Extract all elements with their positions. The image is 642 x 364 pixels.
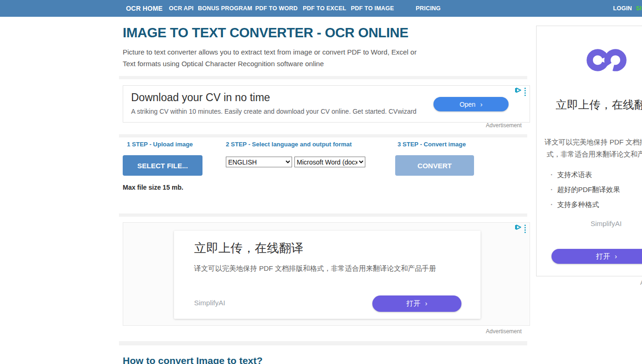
simplifyai-logo-icon [586, 46, 627, 75]
ad-card: 立即上传，在线翻译 译文可以完美地保持 PDF 文档排版和格式，非常适合用来翻译… [174, 231, 481, 319]
adchoices-controls [515, 224, 526, 233]
ad-card-brand: SimplifyAI [194, 299, 225, 307]
advertisement-label: Advertisement [536, 280, 642, 286]
open-button-label: 打开 [596, 252, 617, 260]
bullet-item: 支持多种格式 [551, 197, 620, 212]
page: OCR HOME OCR API BONUS PROGRAM PDF TO WO… [0, 0, 642, 364]
sidebar-ad-title: 立即上传，在线翻译 [537, 97, 642, 112]
nav-item-pricing[interactable]: PRICING [416, 0, 441, 17]
step2-label: 2 STEP - Select language and output form… [226, 141, 352, 148]
step1-label: 1 STEP - Upload image [127, 141, 193, 148]
open-button-label: 打开 [406, 299, 427, 307]
sidebar-ad-open-button[interactable]: 打开 [551, 249, 642, 264]
sidebar-ad-brand: SimplifyAI [537, 220, 642, 227]
top-navbar: OCR HOME OCR API BONUS PROGRAM PDF TO WO… [0, 0, 642, 17]
nav-item-ocr-api[interactable]: OCR API [169, 0, 194, 17]
ad-card-body: 译文可以完美地保持 PDF 文档排版和格式，非常适合用来翻译论文和产品手册 [194, 264, 436, 273]
adchoices-icon[interactable] [515, 224, 522, 230]
sidebar-ad-bullets: 支持术语表 超好的PDF翻译效果 支持多种格式 [551, 167, 620, 212]
ad-card-open-button[interactable]: 打开 [372, 295, 461, 312]
ad-banner-simplifyai: 立即上传，在线翻译 译文可以完美地保持 PDF 文档排版和格式，非常适合用来翻译… [123, 222, 530, 326]
ad-banner-body: A striking CV within 10 minutes. Easily … [131, 108, 417, 115]
ad-banner-title: Download your CV in no time [131, 91, 270, 104]
divider [119, 341, 527, 345]
ad-menu-dots-icon[interactable] [524, 224, 526, 233]
nav-item-pdf-to-excel[interactable]: PDF TO EXCEL [303, 0, 346, 17]
nav-item-pdf-to-word[interactable]: PDF TO WORD [255, 0, 298, 17]
page-subtitle: Picture to text converter allows you to … [123, 46, 424, 69]
step3-label: 3 STEP - Convert image [398, 141, 466, 148]
open-button-label: Open [460, 101, 482, 108]
bullet-item: 超好的PDF翻译效果 [551, 182, 620, 197]
divider [119, 134, 527, 137]
select-file-button[interactable]: SELECT FILE... [123, 155, 202, 176]
sidebar-ad-body: 译文可以完美地保持 PDF 文档排版和格式，非常适合用来翻译论文和产品手册 [537, 136, 642, 160]
sidebar-ad: 立即上传，在线翻译 译文可以完美地保持 PDF 文档排版和格式，非常适合用来翻译… [536, 26, 642, 276]
adchoices-controls [515, 87, 526, 96]
nav-item-login[interactable]: LOGIN [613, 0, 632, 17]
ad-card-title: 立即上传，在线翻译 [194, 240, 303, 256]
max-file-size-note: Max file size 15 mb. [123, 184, 183, 191]
advertisement-label: Advertisement [419, 328, 522, 335]
output-format-select[interactable]: Microsoft Word (docx [294, 157, 365, 167]
nav-item-signup[interactable]: SIGNUP [636, 0, 642, 17]
divider [119, 213, 527, 217]
how-to-heading: How to convert Image to text? [123, 355, 263, 364]
nav-item-ocr-home[interactable]: OCR HOME [126, 0, 163, 17]
divider [119, 76, 527, 79]
language-select[interactable]: ENGLISH [226, 157, 292, 167]
ad-open-button[interactable]: Open [433, 97, 509, 111]
page-title: IMAGE TO TEXT CONVERTER - OCR ONLINE [123, 25, 408, 41]
adchoices-icon[interactable] [515, 87, 522, 93]
advertisement-label: Advertisement [419, 122, 522, 129]
convert-button[interactable]: CONVERT [395, 155, 474, 176]
ad-menu-dots-icon[interactable] [524, 87, 526, 96]
ad-banner-cv: Download your CV in no time A striking C… [123, 85, 530, 123]
nav-item-bonus-program[interactable]: BONUS PROGRAM [198, 0, 252, 17]
nav-item-pdf-to-image[interactable]: PDF TO IMAGE [351, 0, 394, 17]
bullet-item: 支持术语表 [551, 167, 620, 182]
